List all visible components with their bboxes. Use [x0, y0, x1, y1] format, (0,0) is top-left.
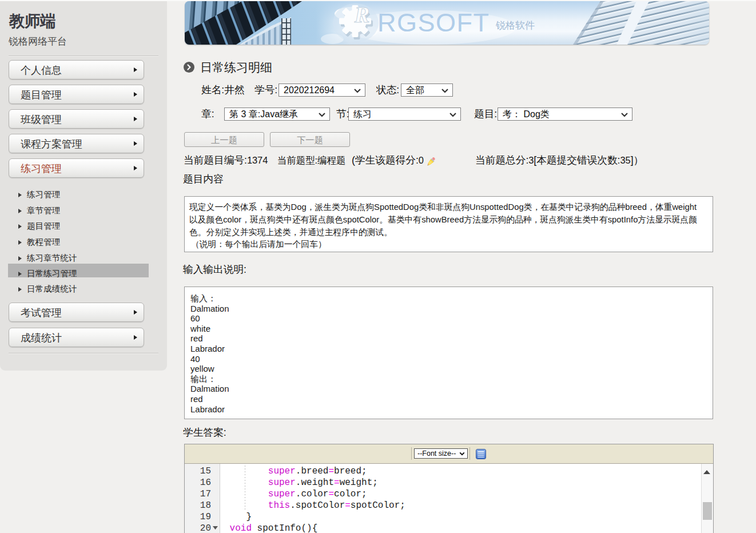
svg-text:R: R	[354, 2, 370, 27]
svg-text:RGSOFT: RGSOFT	[377, 8, 490, 37]
svg-text:锐格软件: 锐格软件	[495, 20, 535, 31]
